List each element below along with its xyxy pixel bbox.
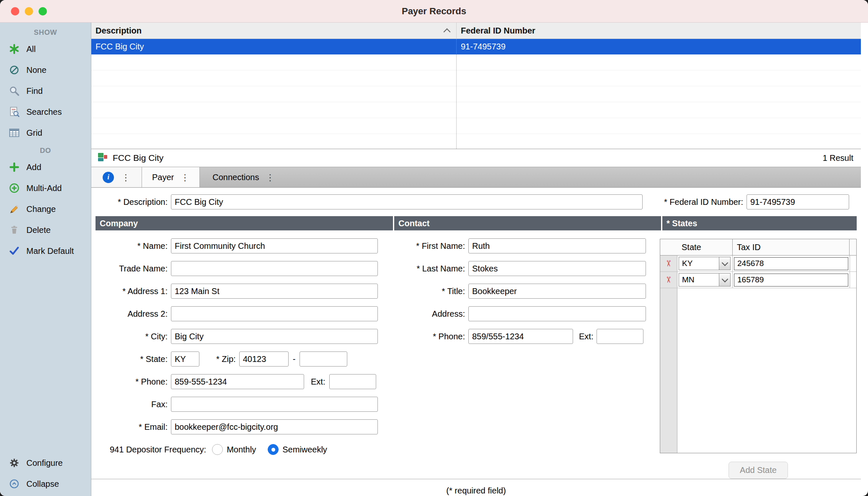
chevron-down-icon	[719, 274, 730, 286]
sidebar-footer: Configure Collapse	[0, 452, 91, 496]
state-select-value: MN	[679, 274, 719, 286]
description-label: * Description:	[96, 197, 168, 207]
gear-icon	[8, 458, 21, 468]
minimize-button[interactable]	[25, 7, 33, 16]
address1-input[interactable]	[171, 284, 378, 299]
trade-name-input[interactable]	[171, 261, 378, 276]
company-phone-input[interactable]	[171, 374, 304, 389]
sort-asc-icon	[444, 28, 451, 36]
state-select[interactable]: KY	[679, 257, 731, 270]
sidebar-item-multi-add[interactable]: Multi-Add	[0, 178, 91, 199]
tab-bar: i ⋮ Payer ⋮ Connections ⋮	[91, 167, 861, 188]
contact-ext-input[interactable]	[597, 329, 643, 344]
sidebar-item-label: Add	[26, 163, 41, 172]
table-row[interactable]: FCC Big City 91-7495739	[91, 39, 861, 54]
zip-input[interactable]	[239, 351, 289, 367]
description-input[interactable]	[171, 194, 643, 209]
contact-phone-input[interactable]	[468, 329, 573, 344]
table-row-empty	[91, 70, 861, 86]
states-column-header-tax-id: Tax ID	[733, 239, 850, 255]
add-state-button[interactable]: Add State	[728, 462, 788, 479]
last-name-input[interactable]	[468, 261, 646, 276]
sidebar-item-all[interactable]: All	[0, 39, 91, 59]
window-controls	[0, 7, 47, 16]
description-row: * Description: * Federal ID Number:	[96, 193, 857, 211]
record-icon	[97, 152, 108, 164]
records-table-body: FCC Big City 91-7495739	[91, 39, 861, 149]
contact-address-label: Address:	[393, 309, 465, 319]
menu-dots-icon[interactable]: ⋮	[181, 173, 189, 182]
state-select[interactable]: MN	[679, 273, 731, 287]
sidebar-item-label: Delete	[26, 225, 51, 235]
section-header-company: Company	[96, 216, 393, 230]
radio-monthly[interactable]: Monthly	[212, 444, 256, 455]
last-name-label: * Last Name:	[393, 264, 465, 274]
plus-icon	[8, 162, 21, 173]
company-name-label: * Name:	[96, 241, 168, 251]
zip4-input[interactable]	[300, 351, 347, 367]
column-header-label: Federal ID Number	[461, 26, 535, 36]
state-label: * State:	[96, 354, 168, 364]
contact-address-input[interactable]	[468, 306, 646, 321]
sidebar-item-collapse[interactable]: Collapse	[0, 473, 91, 494]
menu-dots-icon[interactable]: ⋮	[121, 173, 130, 182]
sidebar-item-grid[interactable]: Grid	[0, 122, 91, 143]
company-ext-input[interactable]	[329, 374, 376, 389]
info-button[interactable]: i	[103, 172, 114, 183]
close-button[interactable]	[11, 7, 19, 16]
federal-id-input[interactable]	[747, 194, 849, 209]
email-input[interactable]	[171, 419, 378, 434]
radio-semiweekly[interactable]: Semiweekly	[268, 444, 327, 455]
window-title: Payer Records	[0, 6, 868, 17]
state-tax-id-input[interactable]	[734, 257, 848, 270]
info-segment: i ⋮	[91, 167, 142, 187]
state-select-value: KY	[679, 257, 719, 270]
state-row: ✂ MN	[660, 272, 856, 288]
federal-id-label: * Federal ID Number:	[664, 197, 743, 207]
sidebar-item-searches[interactable]: Searches	[0, 101, 91, 122]
payer-form: * Description: * Federal ID Number: Comp…	[91, 188, 861, 479]
zoom-button[interactable]	[39, 7, 47, 16]
sidebar-item-label: Grid	[26, 128, 42, 138]
sidebar-item-label: Configure	[26, 458, 63, 468]
zip-separator: -	[293, 354, 296, 364]
chevron-down-icon	[719, 257, 730, 270]
sidebar-item-change[interactable]: Change	[0, 199, 91, 220]
company-name-input[interactable]	[171, 238, 378, 253]
zip-label: * Zip:	[216, 354, 236, 364]
record-title: FCC Big City	[113, 153, 163, 163]
trash-icon	[8, 225, 21, 235]
sidebar-item-label: Multi-Add	[26, 183, 62, 193]
tab-connections[interactable]: Connections ⋮	[202, 167, 284, 187]
required-note: (* required field)	[91, 479, 861, 496]
results-count: 1 Result	[823, 153, 853, 163]
delete-state-button[interactable]: ✂	[660, 272, 677, 288]
tab-payer[interactable]: Payer ⋮	[142, 167, 200, 187]
address2-input[interactable]	[171, 306, 378, 321]
sidebar-item-add[interactable]: Add	[0, 157, 91, 178]
sidebar-item-delete[interactable]: Delete	[0, 220, 91, 240]
sidebar-item-mark-default[interactable]: Mark Default	[0, 240, 91, 261]
sidebar-item-configure[interactable]: Configure	[0, 452, 91, 473]
section-headers: Company Contact * States	[96, 216, 857, 230]
sidebar-item-label: Find	[26, 86, 43, 96]
title-input[interactable]	[468, 284, 646, 299]
city-input[interactable]	[171, 329, 378, 344]
table-row-empty	[91, 102, 861, 118]
menu-dots-icon[interactable]: ⋮	[266, 173, 274, 182]
first-name-input[interactable]	[468, 238, 646, 253]
column-header-description[interactable]: Description	[91, 23, 457, 39]
states-section: State Tax ID ✂	[660, 235, 857, 479]
sidebar-item-none[interactable]: None	[0, 59, 91, 80]
address1-label: * Address 1:	[96, 287, 168, 296]
column-header-federal-id[interactable]: Federal ID Number	[457, 23, 861, 39]
state-input[interactable]	[171, 351, 199, 367]
app-window: Payer Records SHOW All None	[0, 0, 868, 496]
delete-state-button[interactable]: ✂	[660, 256, 677, 271]
company-phone-label: * Phone:	[96, 377, 168, 387]
state-tax-id-input[interactable]	[734, 274, 848, 287]
fax-input[interactable]	[171, 397, 378, 412]
sidebar-item-find[interactable]: Find	[0, 80, 91, 101]
radio-label: Semiweekly	[282, 445, 327, 455]
sidebar-item-label: Change	[26, 204, 56, 214]
